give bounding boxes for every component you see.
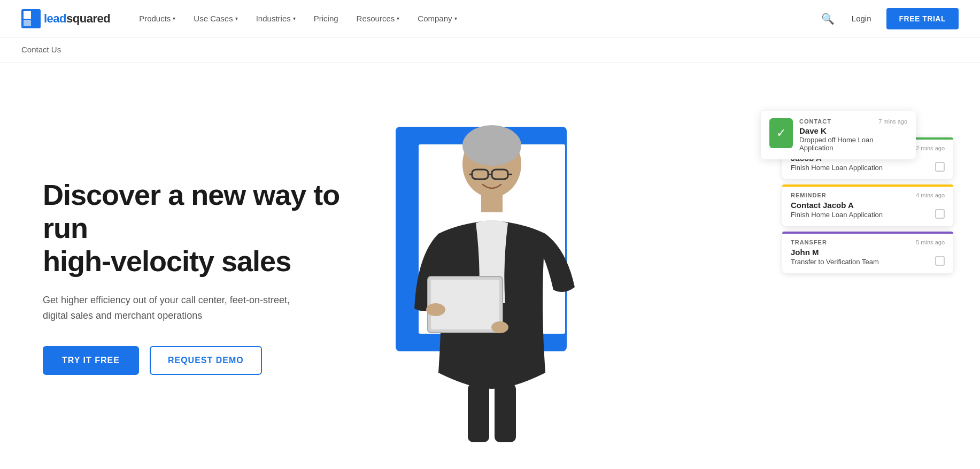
- card3-name: John M: [791, 248, 945, 257]
- svg-rect-11: [468, 383, 489, 442]
- nav-use-cases[interactable]: Use Cases ▾: [186, 10, 245, 27]
- svg-point-4: [462, 125, 521, 166]
- card1-action: Finish Home Loan Application: [791, 164, 945, 172]
- search-icon: 🔍: [821, 13, 835, 25]
- hero-title: Discover a new way to run high-velocity …: [43, 178, 353, 278]
- card2-type: REMINDER: [791, 192, 827, 198]
- chevron-down-icon: ▾: [235, 16, 238, 21]
- card-completed-time: 7 mins ago: [878, 118, 907, 125]
- nav-industries[interactable]: Industries ▾: [249, 10, 303, 27]
- hero-buttons: TRY IT FREE REQUEST DEMO: [43, 346, 353, 375]
- logo-squared: squared: [66, 12, 110, 25]
- nav-pricing[interactable]: Pricing: [306, 10, 346, 27]
- hero-person: [374, 105, 620, 448]
- contact-us-link[interactable]: Contact Us: [21, 45, 61, 54]
- logo-lead: lead: [44, 12, 66, 25]
- svg-point-9: [426, 303, 445, 316]
- hero-subtitle: Get higher efficiency out of your call c…: [43, 293, 299, 324]
- try-it-free-button[interactable]: TRY IT FREE: [43, 346, 139, 375]
- card2-time: 4 mins ago: [916, 192, 945, 198]
- nav-company[interactable]: Company ▾: [410, 10, 464, 27]
- check-icon: ✓: [769, 118, 793, 148]
- logo-icon: [21, 9, 41, 28]
- svg-rect-1: [24, 11, 31, 19]
- chevron-down-icon: ▾: [293, 16, 296, 21]
- card-completed-type: CONTACT: [799, 118, 831, 125]
- nav-links: Products ▾ Use Cases ▾ Industries ▾ Pric…: [132, 10, 819, 27]
- navbar: leadsquared Products ▾ Use Cases ▾ Indus…: [0, 0, 980, 37]
- crm-card-completed: ✓ CONTACT 7 mins ago Dave K Dropped off …: [761, 111, 916, 159]
- card-completed-name: Dave K: [799, 126, 907, 135]
- svg-rect-5: [481, 194, 503, 212]
- card-bar-2: [782, 184, 953, 187]
- card-bar-3: [782, 232, 953, 234]
- chevron-down-icon: ▾: [454, 16, 457, 21]
- hero-right: ✓ CONTACT 7 mins ago Dave K Dropped off …: [353, 95, 959, 458]
- card1-checkbox[interactable]: [935, 162, 945, 172]
- card3-type: TRANSFER: [791, 239, 827, 245]
- card2-name: Contact Jacob A: [791, 201, 945, 210]
- hero-section: Discover a new way to run high-velocity …: [0, 63, 980, 469]
- sub-nav: Contact Us: [0, 37, 980, 63]
- crm-card-3: TRANSFER 5 mins ago John M Transfer to V…: [782, 232, 953, 273]
- nav-products[interactable]: Products ▾: [132, 10, 183, 27]
- card2-action: Finish Home Loan Application: [791, 211, 945, 219]
- card-completed-action: Dropped off Home Loan Application: [799, 136, 907, 152]
- logo[interactable]: leadsquared: [21, 9, 110, 28]
- person-svg: [385, 116, 609, 448]
- chevron-down-icon: ▾: [397, 16, 399, 21]
- card3-action: Transfer to Verification Team: [791, 258, 945, 266]
- search-button[interactable]: 🔍: [819, 10, 837, 27]
- chevron-down-icon: ▾: [173, 16, 175, 21]
- svg-point-10: [491, 321, 508, 333]
- hero-left: Discover a new way to run high-velocity …: [43, 178, 353, 375]
- login-button[interactable]: Login: [845, 10, 878, 27]
- card3-checkbox[interactable]: [935, 256, 945, 266]
- nav-right: 🔍 Login FREE TRIAL: [819, 8, 959, 29]
- card2-checkbox[interactable]: [935, 209, 945, 219]
- svg-rect-2: [24, 20, 31, 26]
- card3-time: 5 mins ago: [916, 239, 945, 245]
- nav-resources[interactable]: Resources ▾: [349, 10, 407, 27]
- card1-time: 2 mins ago: [916, 145, 945, 151]
- svg-rect-12: [495, 383, 516, 442]
- crm-card-2: REMINDER 4 mins ago Contact Jacob A Fini…: [782, 184, 953, 226]
- request-demo-button[interactable]: REQUEST DEMO: [150, 346, 262, 375]
- free-trial-button[interactable]: FREE TRIAL: [886, 8, 959, 29]
